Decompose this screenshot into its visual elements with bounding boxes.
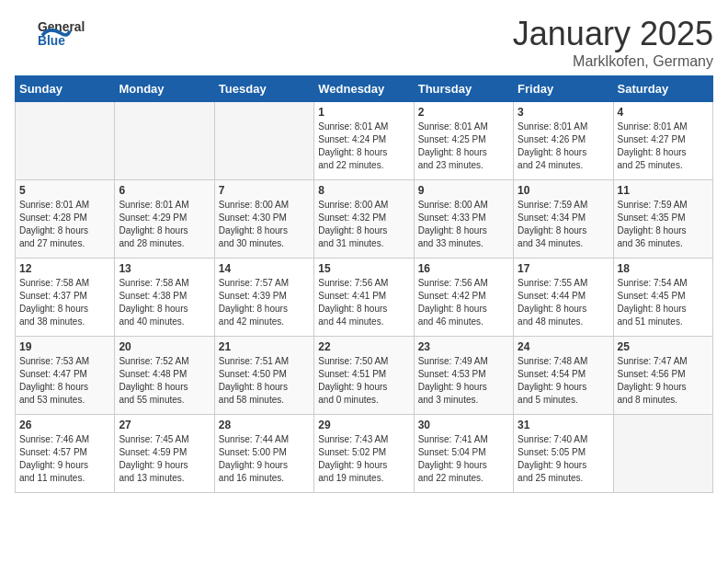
calendar-cell: 17Sunrise: 7:55 AM Sunset: 4:44 PM Dayli… (514, 259, 613, 337)
weekday-header: Saturday (613, 76, 712, 102)
calendar-cell: 1Sunrise: 8:01 AM Sunset: 4:24 PM Daylig… (314, 102, 414, 180)
day-number: 27 (119, 419, 210, 431)
svg-text:Blue: Blue (38, 34, 65, 48)
month-title: January 2025 (513, 15, 713, 53)
cell-content: Sunrise: 7:43 AM Sunset: 5:02 PM Dayligh… (318, 433, 409, 485)
day-number: 28 (219, 419, 310, 431)
day-number: 4 (618, 106, 709, 119)
calendar-table: SundayMondayTuesdayWednesdayThursdayFrid… (15, 75, 713, 493)
day-number: 3 (518, 106, 609, 119)
cell-content: Sunrise: 7:45 AM Sunset: 4:59 PM Dayligh… (119, 433, 210, 485)
location: Marklkofen, Germany (513, 53, 713, 70)
day-number: 12 (19, 262, 110, 275)
calendar-week-row: 1Sunrise: 8:01 AM Sunset: 4:24 PM Daylig… (16, 102, 713, 180)
calendar-cell: 22Sunrise: 7:50 AM Sunset: 4:51 PM Dayli… (314, 337, 414, 415)
calendar-cell (214, 102, 313, 180)
calendar-cell: 8Sunrise: 8:00 AM Sunset: 4:32 PM Daylig… (314, 180, 414, 259)
calendar-cell: 23Sunrise: 7:49 AM Sunset: 4:53 PM Dayli… (414, 337, 513, 415)
calendar-cell: 10Sunrise: 7:59 AM Sunset: 4:34 PM Dayli… (514, 180, 613, 259)
calendar-week-row: 19Sunrise: 7:53 AM Sunset: 4:47 PM Dayli… (16, 337, 713, 415)
day-number: 26 (19, 419, 110, 431)
cell-content: Sunrise: 7:57 AM Sunset: 4:39 PM Dayligh… (219, 277, 310, 328)
cell-content: Sunrise: 7:48 AM Sunset: 4:54 PM Dayligh… (518, 355, 609, 407)
cell-content: Sunrise: 8:01 AM Sunset: 4:26 PM Dayligh… (518, 121, 609, 172)
cell-content: Sunrise: 7:46 AM Sunset: 4:57 PM Dayligh… (19, 433, 110, 485)
calendar-cell: 2Sunrise: 8:01 AM Sunset: 4:25 PM Daylig… (414, 102, 513, 180)
day-number: 13 (119, 262, 210, 275)
day-number: 22 (318, 340, 409, 353)
calendar-cell (115, 102, 214, 180)
day-number: 15 (318, 262, 409, 275)
cell-content: Sunrise: 7:59 AM Sunset: 4:35 PM Dayligh… (618, 199, 709, 250)
calendar-week-row: 26Sunrise: 7:46 AM Sunset: 4:57 PM Dayli… (16, 415, 713, 493)
calendar-cell: 9Sunrise: 8:00 AM Sunset: 4:33 PM Daylig… (414, 180, 513, 259)
calendar-cell (16, 102, 115, 180)
cell-content: Sunrise: 8:01 AM Sunset: 4:24 PM Dayligh… (318, 121, 409, 172)
cell-content: Sunrise: 7:47 AM Sunset: 4:56 PM Dayligh… (618, 355, 709, 407)
weekday-header: Wednesday (314, 76, 414, 102)
calendar-cell: 13Sunrise: 7:58 AM Sunset: 4:38 PM Dayli… (115, 259, 214, 337)
calendar-cell: 30Sunrise: 7:41 AM Sunset: 5:04 PM Dayli… (414, 415, 513, 493)
cell-content: Sunrise: 7:41 AM Sunset: 5:04 PM Dayligh… (418, 433, 509, 485)
title-block: January 2025 Marklkofen, Germany (513, 15, 713, 70)
day-number: 29 (318, 419, 409, 431)
day-number: 20 (119, 340, 210, 353)
day-number: 10 (518, 184, 609, 197)
calendar-cell: 16Sunrise: 7:56 AM Sunset: 4:42 PM Dayli… (414, 259, 513, 337)
calendar-cell: 3Sunrise: 8:01 AM Sunset: 4:26 PM Daylig… (514, 102, 613, 180)
calendar-week-row: 12Sunrise: 7:58 AM Sunset: 4:37 PM Dayli… (16, 259, 713, 337)
day-number: 24 (518, 340, 609, 353)
calendar-cell: 14Sunrise: 7:57 AM Sunset: 4:39 PM Dayli… (214, 259, 313, 337)
day-number: 9 (418, 184, 509, 197)
logo-icon: General Blue (15, 15, 97, 52)
cell-content: Sunrise: 7:49 AM Sunset: 4:53 PM Dayligh… (418, 355, 509, 407)
day-number: 21 (219, 340, 310, 353)
cell-content: Sunrise: 7:59 AM Sunset: 4:34 PM Dayligh… (518, 199, 609, 250)
calendar-cell: 5Sunrise: 8:01 AM Sunset: 4:28 PM Daylig… (16, 180, 115, 259)
calendar-cell: 12Sunrise: 7:58 AM Sunset: 4:37 PM Dayli… (16, 259, 115, 337)
weekday-header-row: SundayMondayTuesdayWednesdayThursdayFrid… (16, 76, 713, 102)
calendar-cell: 11Sunrise: 7:59 AM Sunset: 4:35 PM Dayli… (613, 180, 712, 259)
weekday-header: Thursday (414, 76, 513, 102)
day-number: 18 (618, 262, 709, 275)
day-number: 30 (418, 419, 509, 431)
day-number: 23 (418, 340, 509, 353)
page-header: General Blue January 2025 Marklkofen, Ge… (15, 15, 713, 70)
calendar-cell: 31Sunrise: 7:40 AM Sunset: 5:05 PM Dayli… (514, 415, 613, 493)
day-number: 7 (219, 184, 310, 197)
weekday-header: Tuesday (214, 76, 313, 102)
calendar-cell: 21Sunrise: 7:51 AM Sunset: 4:50 PM Dayli… (214, 337, 313, 415)
cell-content: Sunrise: 7:58 AM Sunset: 4:37 PM Dayligh… (19, 277, 110, 328)
day-number: 11 (618, 184, 709, 197)
cell-content: Sunrise: 7:50 AM Sunset: 4:51 PM Dayligh… (318, 355, 409, 407)
cell-content: Sunrise: 7:44 AM Sunset: 5:00 PM Dayligh… (219, 433, 310, 485)
calendar-cell: 6Sunrise: 8:01 AM Sunset: 4:29 PM Daylig… (115, 180, 214, 259)
cell-content: Sunrise: 8:01 AM Sunset: 4:28 PM Dayligh… (19, 199, 110, 250)
cell-content: Sunrise: 8:00 AM Sunset: 4:32 PM Dayligh… (318, 199, 409, 250)
cell-content: Sunrise: 8:01 AM Sunset: 4:27 PM Dayligh… (618, 121, 709, 172)
cell-content: Sunrise: 8:00 AM Sunset: 4:33 PM Dayligh… (418, 199, 509, 250)
calendar-cell: 26Sunrise: 7:46 AM Sunset: 4:57 PM Dayli… (16, 415, 115, 493)
calendar-cell: 24Sunrise: 7:48 AM Sunset: 4:54 PM Dayli… (514, 337, 613, 415)
calendar-cell: 18Sunrise: 7:54 AM Sunset: 4:45 PM Dayli… (613, 259, 712, 337)
cell-content: Sunrise: 7:40 AM Sunset: 5:05 PM Dayligh… (518, 433, 609, 485)
logo: General Blue (15, 15, 97, 52)
calendar-cell: 7Sunrise: 8:00 AM Sunset: 4:30 PM Daylig… (214, 180, 313, 259)
calendar-cell: 15Sunrise: 7:56 AM Sunset: 4:41 PM Dayli… (314, 259, 414, 337)
day-number: 17 (518, 262, 609, 275)
calendar-cell: 4Sunrise: 8:01 AM Sunset: 4:27 PM Daylig… (613, 102, 712, 180)
calendar-cell: 29Sunrise: 7:43 AM Sunset: 5:02 PM Dayli… (314, 415, 414, 493)
calendar-cell: 27Sunrise: 7:45 AM Sunset: 4:59 PM Dayli… (115, 415, 214, 493)
weekday-header: Monday (115, 76, 214, 102)
day-number: 6 (119, 184, 210, 197)
day-number: 31 (518, 419, 609, 431)
day-number: 14 (219, 262, 310, 275)
calendar-cell: 25Sunrise: 7:47 AM Sunset: 4:56 PM Dayli… (613, 337, 712, 415)
cell-content: Sunrise: 8:01 AM Sunset: 4:25 PM Dayligh… (418, 121, 509, 172)
calendar-week-row: 5Sunrise: 8:01 AM Sunset: 4:28 PM Daylig… (16, 180, 713, 259)
calendar-cell: 19Sunrise: 7:53 AM Sunset: 4:47 PM Dayli… (16, 337, 115, 415)
calendar-cell (613, 415, 712, 493)
cell-content: Sunrise: 7:56 AM Sunset: 4:42 PM Dayligh… (418, 277, 509, 328)
cell-content: Sunrise: 8:00 AM Sunset: 4:30 PM Dayligh… (219, 199, 310, 250)
day-number: 16 (418, 262, 509, 275)
